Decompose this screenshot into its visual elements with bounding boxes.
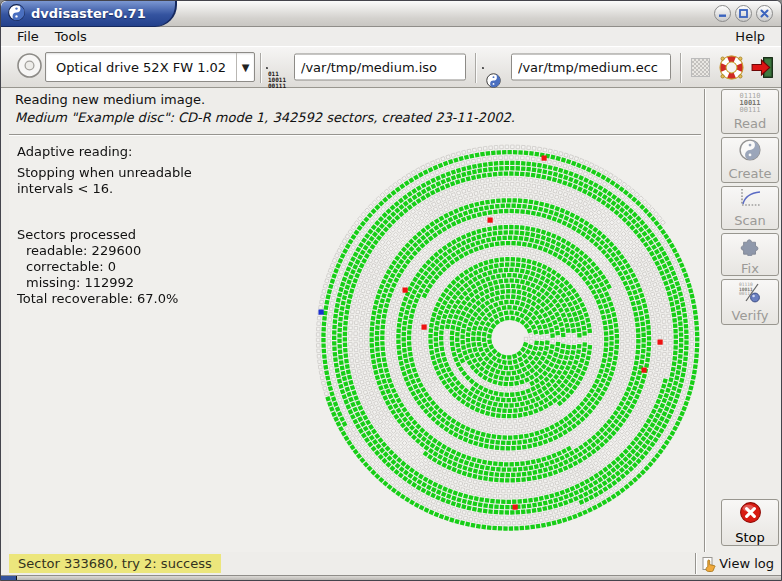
viewlog-separator [695,553,697,574]
toolbar-separator [475,53,477,83]
stopping-rule-line1: Stopping when unreadable [17,165,192,181]
correctable-count: correctable: 0 [17,259,192,275]
window-bottom-edge [1,575,781,581]
exit-door-icon [750,55,775,80]
menu-file[interactable]: File [9,28,47,45]
app-window: dvdisaster-0.71 File Tools Help Optical … [0,0,782,581]
scan-button[interactable]: Scan [721,186,779,230]
view-log-button[interactable]: View log [698,553,777,574]
iso-path-field[interactable] [294,54,466,81]
title-tab: dvdisaster-0.71 [1,1,177,27]
verify-button[interactable]: 01110 10011 00111 Verify [721,279,779,325]
sectors-processed-title: Sectors processed [17,227,192,243]
toolbar-separator [680,53,682,83]
stop-button[interactable]: Stop [721,499,779,546]
chevron-down-icon[interactable]: ▼ [236,53,254,81]
status-headline: Reading new medium image. [15,92,205,107]
menu-tools[interactable]: Tools [47,28,95,45]
reading-mode-label: Adaptive reading: [17,144,192,160]
log-hand-icon [701,556,717,572]
preferences-button-disabled [686,53,714,81]
ecc-path-field[interactable] [511,54,671,81]
drive-selector-value: Optical drive 52X FW 1.02 [46,60,236,75]
lifebuoy-icon [719,55,744,80]
title-bar: dvdisaster-0.71 [1,1,781,27]
read-button[interactable]: 011101001100111 Read [721,89,779,134]
menu-help[interactable]: Help [727,28,773,45]
menu-bar: File Tools Help [1,27,781,46]
puzzle-icon [739,234,761,259]
readable-count: readable: 229600 [17,243,192,259]
stopping-rule-line2: intervals < 16. [17,181,192,197]
reading-stats: Adaptive reading: Stopping when unreadab… [17,144,192,307]
status-message: Sector 333680, try 2: success [9,554,221,573]
total-recoverable: Total recoverable: 67.0% [17,291,192,307]
yinyang-icon [739,139,761,164]
window-title: dvdisaster-0.71 [31,6,146,21]
quit-button[interactable] [748,53,776,81]
sidebar-separator [704,89,706,552]
fix-button[interactable]: Fix [721,233,779,276]
app-yinyang-icon [8,4,25,24]
optical-disc-icon [16,52,43,82]
stop-icon [738,500,763,528]
preferences-icon [691,58,710,77]
header-separator [9,134,701,136]
status-bar: Sector 333680, try 2: success View log [1,552,781,575]
help-button[interactable] [717,53,745,81]
window-corner-grip[interactable] [1,576,17,581]
close-button[interactable] [756,5,773,22]
checksum-icon: 01110 10011 00111 [738,281,762,306]
drive-selector[interactable]: Optical drive 52X FW 1.02 ▼ [45,52,255,82]
create-button[interactable]: Create [721,137,779,183]
toolbar-separator [260,53,262,83]
missing-count: missing: 112992 [17,275,192,291]
maximize-button[interactable] [735,5,752,22]
binary-icon: 011101001100111 [739,93,760,114]
minimize-button[interactable] [714,5,731,22]
toolbar: Optical drive 52X FW 1.02 ▼ 011100110011… [1,46,781,88]
curve-icon [738,188,762,211]
medium-info: Medium "Example disc": CD-R mode 1, 3425… [15,110,515,125]
